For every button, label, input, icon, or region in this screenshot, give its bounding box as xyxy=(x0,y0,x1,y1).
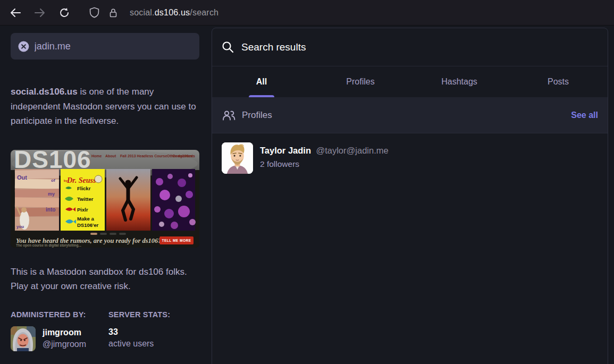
tab-posts-label: Posts xyxy=(548,77,569,87)
server-description: This is a Mastodon sandbox for ds106 fol… xyxy=(11,265,199,294)
forward-arrow-icon xyxy=(34,7,46,19)
lock-button[interactable] xyxy=(104,4,122,22)
people-icon xyxy=(222,109,236,122)
server-intro-text: social.ds106.us is one of the many indep… xyxy=(11,84,199,129)
banner-item-twitter: Twitter xyxy=(77,196,94,202)
tab-hashtags[interactable]: Hashtags xyxy=(410,66,509,97)
stats-column: SERVER STATS: 33 active users xyxy=(108,310,199,351)
clear-search-icon[interactable] xyxy=(18,40,29,53)
banner-word-out: Out xyxy=(17,174,27,181)
back-arrow-icon xyxy=(10,7,21,19)
profiles-section-bar: Profiles See all xyxy=(212,97,608,133)
admin-account-card[interactable]: jimgroom @jimgroom xyxy=(11,326,108,351)
reload-button[interactable] xyxy=(55,4,73,22)
search-results-panel: Search results All Profiles Hashtags Pos… xyxy=(212,28,608,364)
sidebar-footer: ADMINISTERED BY: xyxy=(11,310,199,351)
admin-identity: jimgroom @jimgroom xyxy=(43,327,86,350)
profile-handle: @taylor@jadin.me xyxy=(316,146,388,155)
url-prefix: social. xyxy=(130,8,155,17)
banner-button-label: TELL ME MORE xyxy=(162,239,191,242)
banner-panel-seuss: by Dr. Seuss Flickr Twitter Pixlr Make a… xyxy=(61,169,105,231)
profiles-section-title: Profiles xyxy=(242,110,272,121)
tab-posts[interactable]: Posts xyxy=(509,66,608,97)
server-sidebar: social.ds106.us is one of the many indep… xyxy=(0,26,212,364)
profile-avatar xyxy=(222,142,253,174)
tab-profiles[interactable]: Profiles xyxy=(311,66,410,97)
banner-tagline-text: The open course in digital storytelling.… xyxy=(16,243,81,248)
administered-by-heading: ADMINISTERED BY: xyxy=(11,310,108,319)
sidebar-search-box[interactable] xyxy=(11,33,199,60)
active-users-count: 33 xyxy=(108,326,199,338)
lock-icon xyxy=(108,7,119,18)
banner-item-flickr: Flickr xyxy=(77,185,91,191)
search-icon xyxy=(222,41,234,53)
banner-make-line1: Make a xyxy=(77,216,94,222)
shield-button[interactable] xyxy=(85,4,103,22)
profile-result-text: Taylor Jadin @taylor@jadin.me 2 follower… xyxy=(260,142,389,174)
taylor-jadin-avatar-illustration xyxy=(222,142,253,174)
banner-panel-books: Out of my into you xyxy=(15,169,59,231)
page-title: Search results xyxy=(241,41,306,53)
banner-word-you: you xyxy=(16,224,24,229)
url-domain: ds106.us xyxy=(155,8,190,17)
banner-make-line2: DS106'er xyxy=(77,222,99,228)
banner-word-into: into xyxy=(46,207,55,213)
banner-nav-components: Components xyxy=(172,154,195,158)
search-input[interactable] xyxy=(35,41,192,52)
banner-nav-home: Home xyxy=(91,154,102,158)
banner-item-pixlr: Pixlr xyxy=(77,207,88,213)
admin-avatar xyxy=(11,326,36,351)
admin-column: ADMINISTERED BY: xyxy=(11,310,108,351)
url-bar[interactable]: social.ds106.us/search xyxy=(130,8,218,18)
url-path: /search xyxy=(190,8,218,17)
banner-nav-course: Fall 2013 Headless Course xyxy=(120,154,167,158)
tab-all-label: All xyxy=(256,77,267,87)
tab-all[interactable]: All xyxy=(212,66,311,97)
banner-word-my: my xyxy=(48,191,55,197)
shield-icon xyxy=(89,7,100,18)
tab-profiles-label: Profiles xyxy=(346,77,374,87)
profile-display-name: Taylor Jadin xyxy=(260,146,311,155)
back-button[interactable] xyxy=(6,4,24,22)
jimgroom-avatar-illustration xyxy=(11,326,36,351)
active-users-label: active users xyxy=(108,338,199,350)
banner-author-text: Dr. Seuss xyxy=(66,176,96,184)
banner-panel-silhouette xyxy=(106,169,150,231)
admin-display-name: jimgroom xyxy=(43,327,86,338)
profile-name-line: Taylor Jadin @taylor@jadin.me xyxy=(260,146,389,156)
banner-nav-about: About xyxy=(105,154,116,158)
profile-result-row[interactable]: Taylor Jadin @taylor@jadin.me 2 follower… xyxy=(212,133,608,183)
search-results-header: Search results xyxy=(212,28,608,66)
ds106-banner-illustration: DS106 Home About Fall 2013 Headless Cour… xyxy=(11,150,199,248)
admin-username: @jimgroom xyxy=(43,338,86,350)
banner-panel-bokeh xyxy=(152,169,196,231)
profiles-section-title-group: Profiles xyxy=(222,109,272,122)
server-name: social.ds106.us xyxy=(11,87,78,97)
server-stats-heading: SERVER STATS: xyxy=(108,310,199,319)
search-tabs: All Profiles Hashtags Posts xyxy=(212,66,608,97)
forward-button[interactable] xyxy=(31,4,49,22)
server-banner-image: DS106 Home About Fall 2013 Headless Cour… xyxy=(11,150,199,248)
reload-icon xyxy=(58,7,70,19)
browser-toolbar: social.ds106.us/search xyxy=(0,0,614,26)
active-tab-underline xyxy=(249,95,274,97)
banner-word-of: of xyxy=(51,178,55,183)
profile-followers-count: 2 followers xyxy=(260,159,389,169)
see-all-link[interactable]: See all xyxy=(571,111,598,120)
banner-tell-me-more-button: TELL ME MORE xyxy=(159,236,194,244)
tab-hashtags-label: Hashtags xyxy=(441,77,477,87)
